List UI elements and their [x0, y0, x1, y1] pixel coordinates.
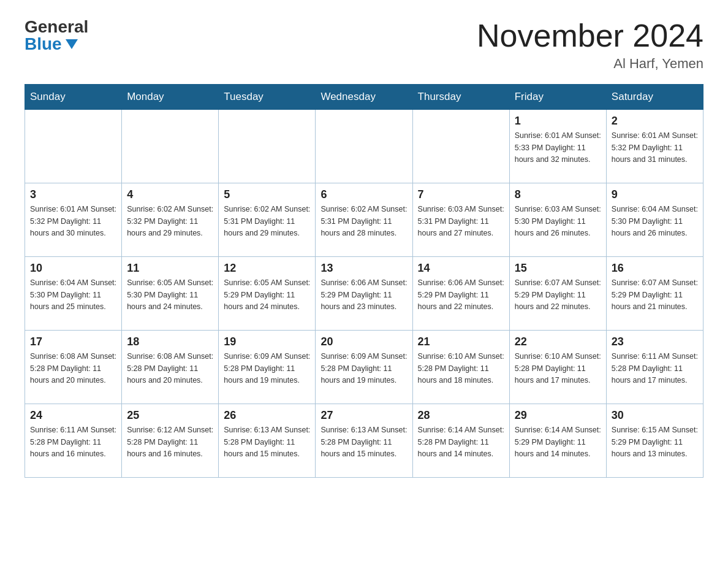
- day-number: 15: [515, 262, 601, 275]
- day-number: 21: [418, 335, 504, 348]
- day-info: Sunrise: 6:06 AM Sunset: 5:29 PM Dayligh…: [418, 277, 504, 313]
- calendar-cell: 26Sunrise: 6:13 AM Sunset: 5:28 PM Dayli…: [219, 404, 316, 478]
- day-number: 5: [224, 188, 310, 201]
- calendar-table: SundayMondayTuesdayWednesdayThursdayFrid…: [25, 84, 703, 478]
- day-info: Sunrise: 6:07 AM Sunset: 5:29 PM Dayligh…: [612, 277, 698, 313]
- day-number: 17: [30, 335, 116, 348]
- calendar-cell: 28Sunrise: 6:14 AM Sunset: 5:28 PM Dayli…: [412, 404, 509, 478]
- calendar-cell: 23Sunrise: 6:11 AM Sunset: 5:28 PM Dayli…: [606, 331, 703, 404]
- day-number: 20: [320, 335, 407, 348]
- calendar-cell: [122, 110, 219, 183]
- day-info: Sunrise: 6:13 AM Sunset: 5:28 PM Dayligh…: [224, 424, 310, 460]
- day-number: 28: [418, 409, 504, 422]
- month-title: November 2024: [477, 18, 703, 53]
- calendar-cell: 4Sunrise: 6:02 AM Sunset: 5:32 PM Daylig…: [122, 183, 219, 257]
- day-info: Sunrise: 6:01 AM Sunset: 5:33 PM Dayligh…: [515, 130, 601, 166]
- day-info: Sunrise: 6:02 AM Sunset: 5:32 PM Dayligh…: [127, 204, 213, 239]
- calendar-cell: 22Sunrise: 6:10 AM Sunset: 5:28 PM Dayli…: [509, 331, 606, 404]
- calendar-cell: 24Sunrise: 6:11 AM Sunset: 5:28 PM Dayli…: [25, 404, 122, 478]
- day-of-week-header: Friday: [509, 85, 606, 110]
- calendar-cell: 10Sunrise: 6:04 AM Sunset: 5:30 PM Dayli…: [25, 257, 122, 331]
- calendar-cell: 13Sunrise: 6:06 AM Sunset: 5:29 PM Dayli…: [316, 257, 412, 331]
- day-info: Sunrise: 6:05 AM Sunset: 5:30 PM Dayligh…: [127, 277, 213, 313]
- day-info: Sunrise: 6:15 AM Sunset: 5:29 PM Dayligh…: [612, 424, 698, 460]
- day-number: 13: [320, 262, 407, 275]
- logo-blue-text: Blue: [25, 36, 78, 53]
- calendar-cell: 12Sunrise: 6:05 AM Sunset: 5:29 PM Dayli…: [219, 257, 316, 331]
- calendar-cell: [25, 110, 122, 183]
- page-header: General Blue November 2024 Al Harf, Yeme…: [25, 18, 703, 72]
- day-number: 23: [612, 335, 698, 348]
- calendar-cell: 20Sunrise: 6:09 AM Sunset: 5:28 PM Dayli…: [316, 331, 412, 404]
- day-number: 29: [515, 409, 601, 422]
- calendar-week-row: 3Sunrise: 6:01 AM Sunset: 5:32 PM Daylig…: [25, 183, 703, 257]
- calendar-cell: 1Sunrise: 6:01 AM Sunset: 5:33 PM Daylig…: [509, 110, 606, 183]
- day-of-week-header: Tuesday: [219, 85, 316, 110]
- day-of-week-header: Saturday: [606, 85, 703, 110]
- day-info: Sunrise: 6:03 AM Sunset: 5:30 PM Dayligh…: [515, 204, 601, 239]
- calendar-week-row: 10Sunrise: 6:04 AM Sunset: 5:30 PM Dayli…: [25, 257, 703, 331]
- calendar-cell: 15Sunrise: 6:07 AM Sunset: 5:29 PM Dayli…: [509, 257, 606, 331]
- day-info: Sunrise: 6:11 AM Sunset: 5:28 PM Dayligh…: [30, 424, 116, 460]
- day-number: 10: [30, 262, 116, 275]
- day-of-week-header: Sunday: [25, 85, 122, 110]
- calendar-header: SundayMondayTuesdayWednesdayThursdayFrid…: [25, 85, 703, 110]
- day-number: 3: [30, 188, 116, 201]
- calendar-body: 1Sunrise: 6:01 AM Sunset: 5:33 PM Daylig…: [25, 110, 703, 478]
- day-number: 11: [127, 262, 213, 275]
- calendar-cell: [412, 110, 509, 183]
- day-number: 24: [30, 409, 116, 422]
- day-number: 9: [612, 188, 698, 201]
- calendar-cell: 30Sunrise: 6:15 AM Sunset: 5:29 PM Dayli…: [606, 404, 703, 478]
- day-number: 1: [515, 115, 601, 128]
- calendar-cell: 21Sunrise: 6:10 AM Sunset: 5:28 PM Dayli…: [412, 331, 509, 404]
- day-number: 8: [515, 188, 601, 201]
- calendar-cell: 5Sunrise: 6:02 AM Sunset: 5:31 PM Daylig…: [219, 183, 316, 257]
- day-info: Sunrise: 6:13 AM Sunset: 5:28 PM Dayligh…: [320, 424, 407, 460]
- day-number: 12: [224, 262, 310, 275]
- day-info: Sunrise: 6:01 AM Sunset: 5:32 PM Dayligh…: [612, 130, 698, 166]
- day-info: Sunrise: 6:02 AM Sunset: 5:31 PM Dayligh…: [320, 204, 407, 239]
- day-info: Sunrise: 6:09 AM Sunset: 5:28 PM Dayligh…: [224, 351, 310, 386]
- day-info: Sunrise: 6:14 AM Sunset: 5:29 PM Dayligh…: [515, 424, 601, 460]
- calendar-cell: 11Sunrise: 6:05 AM Sunset: 5:30 PM Dayli…: [122, 257, 219, 331]
- day-number: 19: [224, 335, 310, 348]
- day-info: Sunrise: 6:06 AM Sunset: 5:29 PM Dayligh…: [320, 277, 407, 313]
- day-info: Sunrise: 6:02 AM Sunset: 5:31 PM Dayligh…: [224, 204, 310, 239]
- day-info: Sunrise: 6:01 AM Sunset: 5:32 PM Dayligh…: [30, 204, 116, 239]
- day-number: 4: [127, 188, 213, 201]
- day-info: Sunrise: 6:08 AM Sunset: 5:28 PM Dayligh…: [30, 351, 116, 386]
- calendar-week-row: 24Sunrise: 6:11 AM Sunset: 5:28 PM Dayli…: [25, 404, 703, 478]
- logo-general-text: General: [25, 18, 88, 36]
- calendar-cell: 25Sunrise: 6:12 AM Sunset: 5:28 PM Dayli…: [122, 404, 219, 478]
- calendar-cell: 19Sunrise: 6:09 AM Sunset: 5:28 PM Dayli…: [219, 331, 316, 404]
- day-info: Sunrise: 6:12 AM Sunset: 5:28 PM Dayligh…: [127, 424, 213, 460]
- day-info: Sunrise: 6:09 AM Sunset: 5:28 PM Dayligh…: [320, 351, 407, 386]
- day-of-week-header: Wednesday: [316, 85, 412, 110]
- calendar-cell: 29Sunrise: 6:14 AM Sunset: 5:29 PM Dayli…: [509, 404, 606, 478]
- day-number: 2: [612, 115, 698, 128]
- logo: General Blue: [25, 18, 88, 53]
- calendar-cell: 14Sunrise: 6:06 AM Sunset: 5:29 PM Dayli…: [412, 257, 509, 331]
- calendar-cell: 7Sunrise: 6:03 AM Sunset: 5:31 PM Daylig…: [412, 183, 509, 257]
- calendar-cell: 3Sunrise: 6:01 AM Sunset: 5:32 PM Daylig…: [25, 183, 122, 257]
- day-number: 22: [515, 335, 601, 348]
- day-info: Sunrise: 6:08 AM Sunset: 5:28 PM Dayligh…: [127, 351, 213, 386]
- day-info: Sunrise: 6:04 AM Sunset: 5:30 PM Dayligh…: [612, 204, 698, 239]
- day-number: 30: [612, 409, 698, 422]
- day-number: 25: [127, 409, 213, 422]
- day-info: Sunrise: 6:11 AM Sunset: 5:28 PM Dayligh…: [612, 351, 698, 386]
- day-info: Sunrise: 6:05 AM Sunset: 5:29 PM Dayligh…: [224, 277, 310, 313]
- day-info: Sunrise: 6:03 AM Sunset: 5:31 PM Dayligh…: [418, 204, 504, 239]
- day-info: Sunrise: 6:10 AM Sunset: 5:28 PM Dayligh…: [418, 351, 504, 386]
- calendar-cell: 16Sunrise: 6:07 AM Sunset: 5:29 PM Dayli…: [606, 257, 703, 331]
- day-number: 14: [418, 262, 504, 275]
- day-number: 27: [320, 409, 407, 422]
- calendar-cell: 8Sunrise: 6:03 AM Sunset: 5:30 PM Daylig…: [509, 183, 606, 257]
- day-of-week-header: Monday: [122, 85, 219, 110]
- day-number: 6: [320, 188, 407, 201]
- day-number: 26: [224, 409, 310, 422]
- days-of-week-row: SundayMondayTuesdayWednesdayThursdayFrid…: [25, 85, 703, 110]
- calendar-cell: 17Sunrise: 6:08 AM Sunset: 5:28 PM Dayli…: [25, 331, 122, 404]
- day-number: 16: [612, 262, 698, 275]
